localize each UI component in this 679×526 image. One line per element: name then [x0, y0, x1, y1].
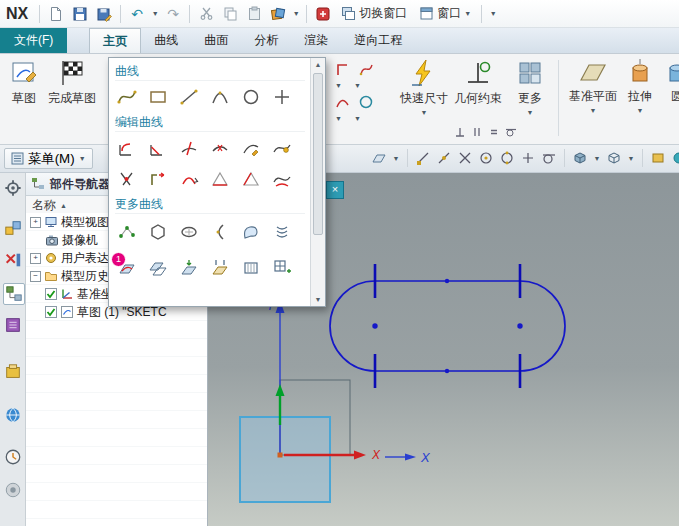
- tab-file[interactable]: 文件(F): [0, 28, 67, 53]
- quick-access-customize-button[interactable]: ▼: [487, 3, 499, 25]
- helix-button[interactable]: [270, 220, 294, 244]
- snap-intersection-button[interactable]: [456, 149, 474, 167]
- part-navigator-button[interactable]: [3, 283, 25, 305]
- window-menu-button[interactable]: 窗口 ▼: [414, 3, 476, 25]
- ellipse-button[interactable]: [177, 220, 201, 244]
- tab-curve[interactable]: 曲线: [141, 28, 191, 53]
- snap-midpoint-button[interactable]: [435, 149, 453, 167]
- snap-quadrant-button[interactable]: [498, 149, 516, 167]
- quick-dimension-button[interactable]: 快速尺寸 ▼: [398, 58, 450, 116]
- undo-dropdown[interactable]: ▼: [150, 3, 160, 25]
- work-plane-dropdown[interactable]: ▼: [391, 149, 401, 167]
- more-button[interactable]: 更多 ▼: [508, 58, 552, 116]
- reuse-library-button[interactable]: [3, 315, 23, 335]
- finish-sketch-button[interactable]: 完成草图: [44, 58, 100, 107]
- fit-curve-button[interactable]: [115, 220, 139, 244]
- render-style-dropdown[interactable]: ▼: [592, 149, 602, 167]
- tab-analysis[interactable]: 分析: [241, 28, 291, 53]
- checkbox-checked-icon[interactable]: [45, 288, 57, 300]
- undo-button[interactable]: ↶: [126, 3, 148, 25]
- fillet-button[interactable]: [115, 136, 139, 160]
- hd3d-tools-button[interactable]: [3, 362, 23, 382]
- chevron-down-icon[interactable]: ▼: [335, 115, 342, 122]
- parallel-constraint-button[interactable]: [469, 124, 484, 139]
- section-curve-button[interactable]: [177, 256, 201, 280]
- rectangle-button[interactable]: [146, 85, 170, 109]
- curve-on-surface-button[interactable]: 1: [115, 256, 139, 280]
- snap-existing-point-button[interactable]: [519, 149, 537, 167]
- show-constraints-button[interactable]: [452, 124, 467, 139]
- menu-button[interactable]: 菜单(M) ▼: [4, 148, 93, 169]
- datum-display-button[interactable]: [649, 149, 667, 167]
- cut-button[interactable]: [195, 3, 217, 25]
- arc-button[interactable]: [208, 85, 232, 109]
- web-browser-button[interactable]: [3, 405, 23, 425]
- redo-button[interactable]: ↷: [162, 3, 184, 25]
- work-plane-button[interactable]: [370, 149, 388, 167]
- resize-arc-button[interactable]: [177, 167, 201, 191]
- circle-button[interactable]: [239, 85, 263, 109]
- line-button[interactable]: [177, 85, 201, 109]
- equal-constraint-button[interactable]: [486, 124, 501, 139]
- symmetric-curve-button[interactable]: [239, 167, 263, 191]
- tab-render[interactable]: 渲染: [291, 28, 341, 53]
- intersection-curve-button[interactable]: [146, 256, 170, 280]
- quick-extend-button[interactable]: [208, 136, 232, 160]
- checkbox-checked-icon[interactable]: [45, 306, 57, 318]
- make-corner-button[interactable]: [115, 167, 139, 191]
- view-orientation-button[interactable]: [605, 149, 623, 167]
- smooth-spline-button[interactable]: [270, 167, 294, 191]
- combined-projection-button[interactable]: [208, 256, 232, 280]
- assembly-navigator-button[interactable]: [3, 218, 23, 238]
- resize-chamfer-button[interactable]: [208, 167, 232, 191]
- gallery-scrollbar[interactable]: ▲ ▼: [310, 58, 325, 306]
- expander-icon[interactable]: −: [30, 271, 41, 282]
- chamfer-button[interactable]: [146, 136, 170, 160]
- chevron-down-icon[interactable]: ▼: [335, 82, 342, 89]
- arc-ribbon-button[interactable]: [331, 91, 353, 113]
- new-file-button[interactable]: [45, 3, 67, 25]
- move-curve-button[interactable]: [146, 167, 170, 191]
- tangent-constraint-button[interactable]: [503, 124, 518, 139]
- geometric-constraints-button[interactable]: 几何约束: [452, 58, 504, 107]
- save-as-button[interactable]: [93, 3, 115, 25]
- command-finder-button[interactable]: [267, 3, 289, 25]
- snap-center-button[interactable]: [477, 149, 495, 167]
- scroll-thumb[interactable]: [313, 73, 323, 235]
- snap-endpoint-button[interactable]: [414, 149, 432, 167]
- edit-curve-parameters-button[interactable]: [239, 136, 263, 160]
- polygon-button[interactable]: [146, 220, 170, 244]
- expander-icon[interactable]: +: [30, 253, 41, 264]
- scroll-down-button[interactable]: ▼: [311, 293, 325, 306]
- touch-mode-button[interactable]: [312, 3, 334, 25]
- offset-curve-button[interactable]: [270, 256, 294, 280]
- quick-trim-button[interactable]: [177, 136, 201, 160]
- sketch-button[interactable]: 草图: [4, 58, 44, 107]
- scroll-up-button[interactable]: ▲: [311, 58, 325, 71]
- roles-button[interactable]: [3, 178, 23, 198]
- view-orientation-dropdown[interactable]: ▼: [626, 149, 636, 167]
- switch-window-button[interactable]: 切换窗口: [336, 3, 412, 25]
- circle-ribbon-button[interactable]: [355, 91, 377, 113]
- tab-home[interactable]: 主页: [89, 28, 141, 53]
- constraint-navigator-button[interactable]: [3, 250, 23, 270]
- cylinder-button[interactable]: 圆: [660, 58, 679, 105]
- point-button[interactable]: [270, 85, 294, 109]
- expander-icon[interactable]: +: [30, 217, 41, 228]
- chevron-down-icon[interactable]: ▼: [354, 115, 361, 122]
- tab-reverse-engineering[interactable]: 逆向工程: [341, 28, 415, 53]
- copy-button[interactable]: [219, 3, 241, 25]
- process-studio-button[interactable]: [3, 480, 23, 500]
- extrude-button[interactable]: 拉伸 ▼: [622, 58, 658, 114]
- law-curve-button[interactable]: [239, 220, 263, 244]
- conic-button[interactable]: [208, 220, 232, 244]
- save-button[interactable]: [69, 3, 91, 25]
- tab-surface[interactable]: 曲面: [191, 28, 241, 53]
- command-finder-dropdown[interactable]: ▼: [291, 3, 301, 25]
- render-style-button[interactable]: [571, 149, 589, 167]
- paste-button[interactable]: [243, 3, 265, 25]
- snap-tangent-button[interactable]: [540, 149, 558, 167]
- studio-spline-button[interactable]: [115, 85, 139, 109]
- datum-plane-button[interactable]: 基准平面 ▼: [564, 58, 622, 114]
- history-button[interactable]: [3, 447, 23, 467]
